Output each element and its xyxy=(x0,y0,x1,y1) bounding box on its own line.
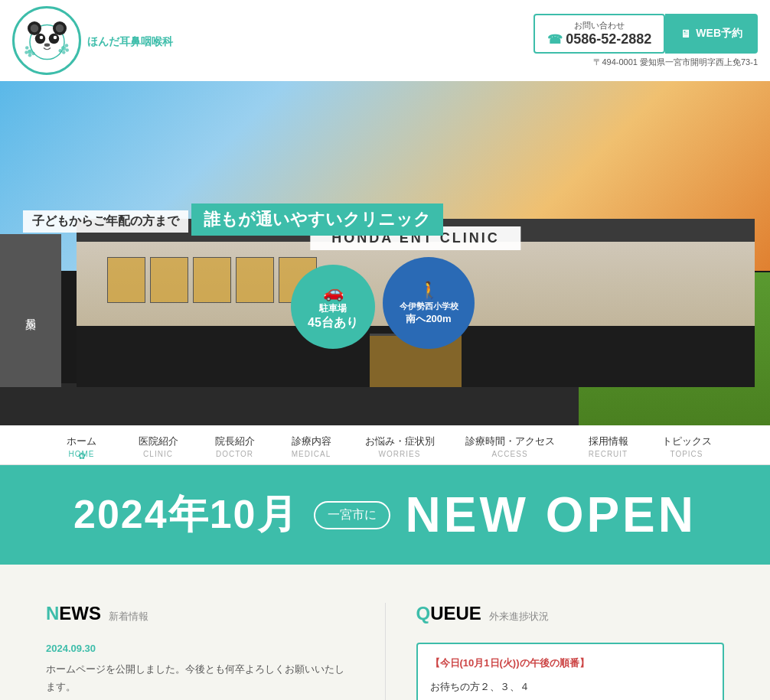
nav-clinic-jp: 医院紹介 xyxy=(139,435,178,448)
nav-topics-jp: トピックス xyxy=(662,435,712,448)
pharmacy-sign: 薬局 xyxy=(0,234,61,387)
window-4 xyxy=(236,257,274,303)
nav-item-doctor[interactable]: 院長紹介 DOCTOR xyxy=(197,425,273,464)
nav-item-access[interactable]: 診療時間・アクセス ACCESS xyxy=(450,425,570,464)
parking-label: 駐車場 xyxy=(319,302,347,315)
main-navigation: ホーム HOME ✿ 医院紹介 CLINIC 院長紹介 DOCTOR 診療内容 … xyxy=(0,425,770,465)
svg-point-3 xyxy=(30,24,38,32)
phone-icon: ☎ xyxy=(547,32,563,47)
news-title-text: NEWS xyxy=(46,603,101,623)
contact-box: お問い合わせ ☎ 0586-52-2882 xyxy=(533,14,665,54)
window-1 xyxy=(107,257,145,303)
hero-title: 誰もが通いやすいクリニック xyxy=(191,203,443,236)
nav-worries-en: WORRIES xyxy=(379,450,421,458)
svg-point-4 xyxy=(55,24,64,32)
queue-waiting: お待ちの方２、３、４ xyxy=(430,678,711,697)
logo-circle xyxy=(12,6,81,75)
nav-medical-jp: 診療内容 xyxy=(292,435,331,448)
banner-location-badge: 一宮市に xyxy=(314,501,390,529)
new-open-banner: 2024年10月 一宮市に NEW OPEN xyxy=(0,465,770,565)
contact-info: お問い合わせ ☎ 0586-52-2882 xyxy=(547,20,651,47)
nav-item-clinic[interactable]: 医院紹介 CLINIC xyxy=(120,425,197,464)
nav-doctor-en: DOCTOR xyxy=(216,450,253,458)
nav-recruit-jp: 採用情報 xyxy=(589,435,628,448)
nav-access-en: ACCESS xyxy=(491,450,527,458)
web-reserve-button[interactable]: 🖥 WEB予約 xyxy=(665,14,758,54)
panda-logo-icon xyxy=(18,12,76,70)
news-subtitle: 新着情報 xyxy=(109,610,148,623)
svg-point-18 xyxy=(65,48,69,52)
phone-number-text: 0586-52-2882 xyxy=(566,31,651,47)
hero-text-overlay: 子どもからご年配の方まで 誰もが通いやすいクリニック xyxy=(23,203,443,237)
queue-next-number: 次にお取りできる番号６番 xyxy=(430,697,711,700)
school-badge: 🚶 今伊勢西小学校 南へ200m xyxy=(383,257,475,349)
hero-background: HONDA ENT CLINIC 薬局 xyxy=(0,81,770,425)
nav-flower-icon: ✿ xyxy=(78,451,86,461)
contact-web-row: お問い合わせ ☎ 0586-52-2882 🖥 WEB予約 xyxy=(533,14,758,54)
svg-point-14 xyxy=(31,51,35,55)
school-walk-icon: 🚶 xyxy=(419,281,439,301)
clinic-name-text: ほんだ耳鼻咽喉科 xyxy=(87,35,173,49)
nav-clinic-en: CLINIC xyxy=(143,450,173,458)
queue-subtitle: 外来進捗状況 xyxy=(489,610,549,623)
nav-medical-en: MEDICAL xyxy=(292,450,331,458)
news-title-main: NEWS xyxy=(46,603,101,624)
nav-inner: ホーム HOME ✿ 医院紹介 CLINIC 院長紹介 DOCTOR 診療内容 … xyxy=(0,425,770,464)
nav-access-jp: 診療時間・アクセス xyxy=(465,435,555,448)
nav-worries-jp: お悩み・症状別 xyxy=(365,435,435,448)
queue-rest-letters: UEUE xyxy=(430,603,481,623)
phone-number: ☎ 0586-52-2882 xyxy=(547,31,651,47)
site-header: ほんだ耳鼻咽喉科 お問い合わせ ☎ 0586-52-2882 🖥 WEB予約 〒… xyxy=(0,0,770,81)
svg-point-8 xyxy=(53,35,57,39)
queue-title-main: QUEUE xyxy=(416,603,481,624)
header-right: お問い合わせ ☎ 0586-52-2882 🖥 WEB予約 〒494-0001 … xyxy=(533,14,758,68)
svg-point-21 xyxy=(61,46,66,50)
logo-area: ほんだ耳鼻咽喉科 xyxy=(12,6,173,75)
news-section-title: NEWS 新着情報 xyxy=(46,603,354,624)
nav-item-worries[interactable]: お悩み・症状別 WORRIES xyxy=(350,425,450,464)
news-body-text: ホームページを公開しました。今後とも何卒よろしくお願いいたします。 xyxy=(46,660,354,696)
school-label: 今伊勢西小学校 xyxy=(400,301,458,312)
web-icon: 🖥 xyxy=(680,28,691,40)
queue-section: QUEUE 外来進捗状況 【今日(10月1日(火))の午後の順番】 お待ちの方２… xyxy=(385,603,725,700)
nav-item-topics[interactable]: トピックス TOPICS xyxy=(647,425,727,464)
queue-box-header: 【今日(10月1日(火))の午後の順番】 xyxy=(430,656,711,670)
queue-section-title: QUEUE 外来進捗状況 xyxy=(416,603,725,624)
window-3 xyxy=(193,257,231,303)
news-rest-letters: EWS xyxy=(59,603,101,623)
nav-item-medical[interactable]: 診療内容 MEDICAL xyxy=(273,425,350,464)
nav-recruit-en: RECRUIT xyxy=(589,450,628,458)
nav-doctor-jp: 院長紹介 xyxy=(215,435,255,448)
news-date: 2024.09.30 xyxy=(46,643,354,654)
parking-count: 45台あり xyxy=(308,315,358,331)
svg-point-20 xyxy=(58,49,62,53)
window-2 xyxy=(150,257,188,303)
content-area: NEWS 新着情報 2024.09.30 ホームページを公開しました。今後とも何… xyxy=(0,565,770,700)
parking-badge: 🚗 駐車場 45台あり xyxy=(291,265,375,349)
queue-accent-letter: Q xyxy=(416,603,431,623)
hero-section: HONDA ENT CLINIC 薬局 子どもからご年配の方まで 誰もが通いやす… xyxy=(0,81,770,425)
banner-year-month: 2024年10月 xyxy=(73,488,299,542)
nav-item-recruit[interactable]: 採用情報 RECRUIT xyxy=(570,425,647,464)
svg-point-19 xyxy=(62,50,66,54)
svg-point-17 xyxy=(64,44,68,47)
queue-box: 【今日(10月1日(火))の午後の順番】 お待ちの方２、３、４ 次にお取りできる… xyxy=(416,643,725,700)
contact-label: お問い合わせ xyxy=(547,20,651,31)
svg-point-15 xyxy=(28,49,32,54)
svg-point-9 xyxy=(44,43,50,47)
nav-item-home[interactable]: ホーム HOME ✿ xyxy=(44,425,120,464)
web-reserve-label: WEB予約 xyxy=(696,27,742,41)
queue-title-text: QUEUE xyxy=(416,603,481,623)
nav-topics-en: TOPICS xyxy=(670,450,703,458)
svg-point-7 xyxy=(39,35,43,39)
banner-new-open-text: NEW OPEN xyxy=(406,487,697,543)
news-accent-letter: N xyxy=(46,603,59,623)
svg-point-12 xyxy=(24,50,28,54)
address-text: 〒494-0001 愛知県一宮市開明字西上免73-1 xyxy=(593,57,758,68)
school-distance: 南へ200m xyxy=(406,312,451,326)
news-section: NEWS 新着情報 2024.09.30 ホームページを公開しました。今後とも何… xyxy=(46,603,385,700)
nav-home-jp: ホーム xyxy=(67,435,96,448)
parking-icon: 🚗 xyxy=(323,282,344,302)
svg-point-11 xyxy=(25,46,29,50)
hero-subtitle: 子どもからご年配の方まで xyxy=(23,210,188,233)
